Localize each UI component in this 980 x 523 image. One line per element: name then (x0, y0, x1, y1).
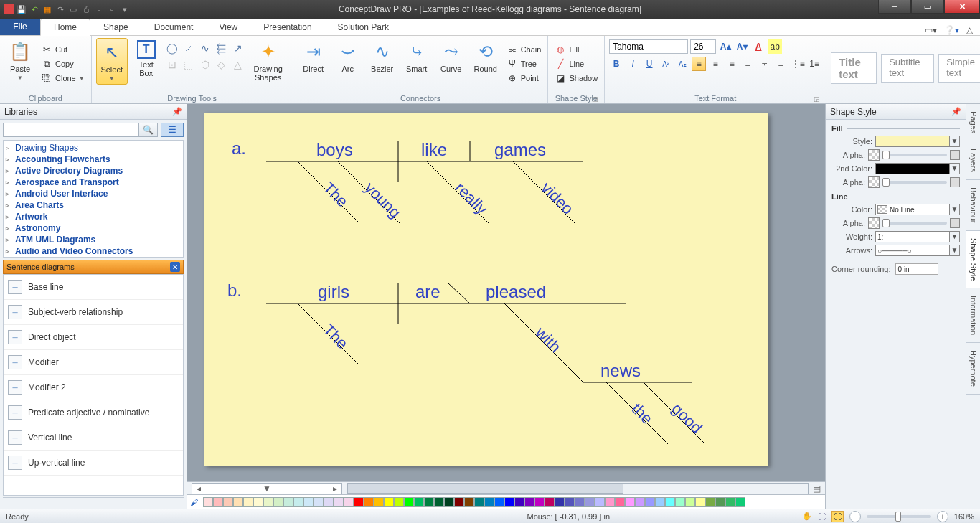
palette-swatch[interactable] (303, 497, 314, 507)
library-category-item[interactable]: Accounting Flowcharts (4, 154, 183, 165)
point-button[interactable]: ⊕Point (504, 72, 544, 85)
round-connector-button[interactable]: ⟲Round (470, 38, 501, 75)
bold-button[interactable]: B (609, 57, 623, 71)
font-name-input[interactable] (609, 39, 688, 54)
palette-swatch[interactable] (273, 497, 283, 507)
drawing-page[interactable]: a. boys like games The young really vide… (204, 113, 768, 466)
palette-swatch[interactable] (424, 497, 434, 507)
shape-library-item[interactable]: ─Modifier 2 (4, 375, 183, 400)
textbox-button[interactable]: T Text Box (131, 38, 162, 80)
left-hscroll[interactable] (3, 497, 184, 509)
palette-swatch[interactable] (625, 497, 635, 507)
palette-swatch[interactable] (344, 497, 354, 507)
clone-button[interactable]: ⿻Clone ▼ (39, 72, 87, 85)
palette-swatch[interactable] (565, 497, 575, 507)
line-weight-dropdown[interactable]: 1:▼ (875, 231, 960, 242)
window-menu-icon[interactable]: ▭▾ (925, 25, 937, 35)
palette-swatch[interactable] (715, 497, 725, 507)
side-tab-pages[interactable]: Pages (966, 104, 980, 141)
help-icon[interactable]: ❔▾ (944, 25, 959, 35)
side-tab-behaviour[interactable]: Behaviour (966, 180, 980, 231)
tab-presentation[interactable]: Presentation (250, 19, 324, 35)
palette-swatch[interactable] (324, 497, 334, 507)
palette-swatch[interactable] (524, 497, 534, 507)
page-navigator[interactable]: ◂▼▸ (192, 483, 342, 494)
palette-swatch[interactable] (504, 497, 514, 507)
italic-button[interactable]: I (626, 57, 640, 71)
palette-swatch[interactable] (253, 497, 263, 507)
simple-style-button[interactable]: Simple text (938, 54, 980, 83)
palette-swatch[interactable] (615, 497, 625, 507)
fill-alpha-slider[interactable] (882, 154, 947, 156)
bezier-connector-button[interactable]: ∿Bezier (367, 38, 398, 75)
palette-swatch[interactable] (514, 497, 524, 507)
sentence-diagrams-list[interactable]: ─Base line─Subject-verb relationship─Dir… (3, 274, 184, 496)
library-category-item[interactable]: Drawing Shapes (4, 142, 183, 154)
palette-swatch[interactable] (725, 497, 735, 507)
zoom-out-button[interactable]: − (849, 511, 861, 522)
palette-swatch[interactable] (444, 497, 454, 507)
qat-redo-icon[interactable]: ↷ (55, 4, 66, 15)
line-alpha-slider[interactable] (882, 222, 947, 225)
tab-home[interactable]: Home (40, 19, 90, 36)
align-center-button[interactable]: ≡ (708, 57, 722, 71)
superscript-button[interactable]: A² (659, 57, 673, 71)
palette-swatch[interactable] (494, 497, 504, 507)
shadow-button[interactable]: ◪Shadow (552, 72, 600, 85)
tab-view[interactable]: View (206, 19, 250, 35)
palette-swatch[interactable] (575, 497, 585, 507)
library-category-item[interactable]: Astronomy (4, 222, 183, 234)
chain-button[interactable]: ⫘Chain (504, 43, 544, 56)
shape-library-item[interactable]: ─Subject-verb relationship (4, 300, 183, 325)
align-left-button[interactable]: ≡ (692, 57, 706, 71)
palette-swatch[interactable] (263, 497, 273, 507)
library-category-item[interactable]: Artwork (4, 211, 183, 222)
shape-icons-row1[interactable]: ◯⟋∿⬱↗ (165, 40, 245, 55)
second-alpha-slider[interactable] (882, 181, 947, 184)
palette-swatch[interactable] (283, 497, 293, 507)
maximize-button[interactable]: ▭ (911, 0, 944, 14)
palette-swatch[interactable] (665, 497, 675, 507)
library-category-item[interactable]: Aerospace and Transport (4, 176, 183, 188)
align-bottom-button[interactable]: ⫠ (774, 57, 788, 71)
palette-swatch[interactable] (695, 497, 705, 507)
palette-swatch[interactable] (474, 497, 484, 507)
align-top-button[interactable]: ⫠ (741, 57, 755, 71)
fill-style-dropdown[interactable]: ▼ (875, 136, 960, 147)
palette-swatch[interactable] (213, 497, 223, 507)
library-category-item[interactable]: Audio and Video Connectors (4, 245, 183, 257)
qat-dd-icon[interactable]: ▾ (119, 4, 131, 15)
shape-library-item[interactable]: ─Modifier (4, 350, 183, 375)
library-view-toggle[interactable]: ☰ (161, 123, 184, 137)
line-color-dropdown[interactable]: No Line▼ (875, 204, 960, 215)
palette-swatch[interactable] (203, 497, 213, 507)
pin-icon[interactable]: 📌 (172, 107, 182, 116)
corner-rounding-input[interactable]: 0 in (895, 263, 938, 275)
minimize-button[interactable]: ─ (878, 0, 911, 14)
zoom-in-button[interactable]: + (937, 511, 948, 522)
fit-width-icon[interactable]: ⛶ (831, 511, 844, 522)
canvas-hscroll[interactable] (347, 483, 809, 494)
palette-swatch[interactable] (293, 497, 303, 507)
palette-swatch[interactable] (484, 497, 494, 507)
font-size-input[interactable] (690, 39, 716, 54)
drawing-shapes-button[interactable]: ✦ Drawing Shapes (248, 38, 288, 84)
palette-swatch[interactable] (404, 497, 414, 507)
font-color-button[interactable]: A (751, 39, 765, 54)
side-tab-shape-style[interactable]: Shape Style (966, 231, 980, 288)
qat-new-icon[interactable]: ▫ (93, 4, 105, 15)
library-category-item[interactable]: Area Charts (4, 199, 183, 211)
library-categories-list[interactable]: Drawing ShapesAccounting FlowchartsActiv… (3, 140, 184, 258)
library-category-item[interactable]: ATM UML Diagrams (4, 234, 183, 245)
bullets-button[interactable]: ⋮≡ (791, 57, 805, 71)
palette-swatch[interactable] (595, 497, 605, 507)
subtitle-style-button[interactable]: Subtitle text (881, 54, 934, 83)
palette-swatch[interactable] (545, 497, 555, 507)
side-tab-hypernote[interactable]: Hypernote (966, 343, 980, 395)
shape-library-item[interactable]: ─Up-vertical line (4, 451, 183, 476)
fill-button[interactable]: ◍Fill (552, 43, 600, 56)
qat-close-icon[interactable]: ▫ (106, 4, 118, 15)
arrows-dropdown[interactable]: ○─────○▼ (875, 245, 960, 256)
palette-swatch[interactable] (434, 497, 444, 507)
qat-open-icon[interactable]: ▭ (67, 4, 79, 15)
